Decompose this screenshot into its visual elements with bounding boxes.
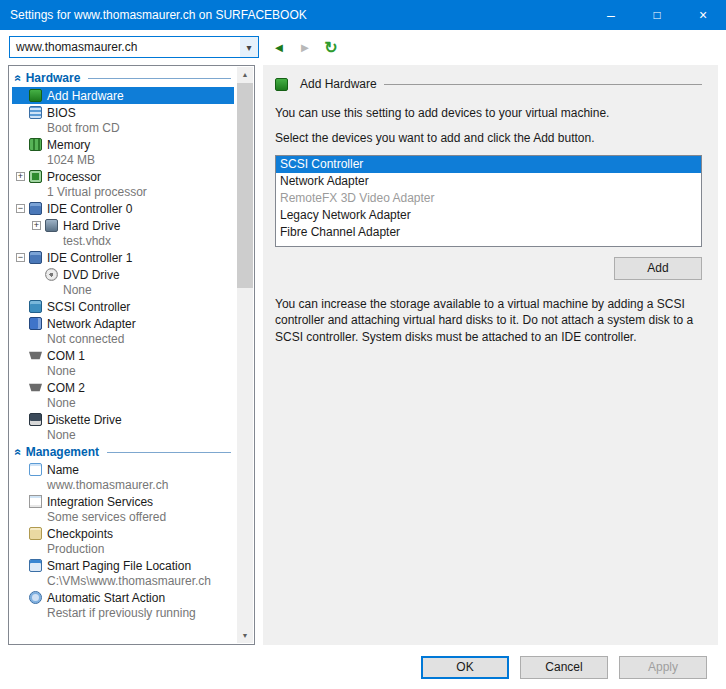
tree-item-integration-services[interactable]: Integration Services <box>12 493 234 510</box>
tree-item-name[interactable]: Name <box>12 461 234 478</box>
ide-controller-icon <box>29 202 42 215</box>
tree-item-sub-smart-paging-file-location[interactable]: C:\VMs\www.thomasmaurer.ch <box>12 574 234 589</box>
collapse-chevron-icon: « <box>11 75 25 82</box>
tree-item-sub-memory[interactable]: 1024 MB <box>12 153 234 168</box>
tree-item-label: COM 2 <box>47 381 85 395</box>
tree-item-automatic-start-action[interactable]: Automatic Start Action <box>12 589 234 606</box>
tree-item-label: Diskette Drive <box>47 413 122 427</box>
smart-paging-icon <box>29 559 42 572</box>
device-option-remotefx-3d-video-adapter[interactable]: RemoteFX 3D Video Adapter <box>276 190 701 207</box>
expander-icon[interactable]: − <box>16 204 25 213</box>
scroll-up-icon[interactable]: ▲ <box>237 67 253 82</box>
expander-icon[interactable]: − <box>16 253 25 262</box>
scrollbar-thumb[interactable] <box>237 83 253 288</box>
tree-item-ide-controller-1[interactable]: −IDE Controller 1 <box>12 249 234 266</box>
tree-item-memory[interactable]: Memory <box>12 136 234 153</box>
titlebar[interactable]: Settings for www.thomasmaurer.ch on SURF… <box>0 0 726 30</box>
tree-item-label: SCSI Controller <box>47 300 130 314</box>
bios-icon <box>29 106 42 119</box>
window-controls: – □ × <box>588 0 726 30</box>
tree-item-label: Name <box>47 463 79 477</box>
section-rule <box>88 78 231 79</box>
tree-item-add-hardware[interactable]: Add Hardware <box>12 87 234 104</box>
tree-item-sub-com-2[interactable]: None <box>12 396 234 411</box>
content-panel: Add Hardware You can use this setting to… <box>263 65 718 645</box>
settings-tree: «HardwareAdd HardwareBIOSBoot from CDMem… <box>8 65 255 645</box>
close-button[interactable]: × <box>680 0 726 30</box>
tree-item-com-1[interactable]: COM 1 <box>12 347 234 364</box>
tree-section-label: Management <box>26 445 99 459</box>
tree-item-checkpoints[interactable]: Checkpoints <box>12 525 234 542</box>
expander-icon[interactable]: + <box>32 221 41 230</box>
tree-section-hardware[interactable]: «Hardware <box>12 69 234 87</box>
processor-icon <box>29 170 42 183</box>
tree-item-sub-processor[interactable]: 1 Virtual processor <box>12 185 234 200</box>
tree-item-sub-checkpoints[interactable]: Production <box>12 542 234 557</box>
ok-button[interactable]: OK <box>421 656 509 679</box>
section-rule <box>107 452 231 453</box>
tree-item-bios[interactable]: BIOS <box>12 104 234 121</box>
forward-button[interactable]: ► <box>295 37 315 57</box>
tree-item-sub-dvd-drive[interactable]: None <box>12 283 234 298</box>
device-option-network-adapter[interactable]: Network Adapter <box>276 173 701 190</box>
tree-item-label: Automatic Start Action <box>47 591 165 605</box>
refresh-button[interactable]: ↻ <box>321 37 341 57</box>
tree-item-sub-com-1[interactable]: None <box>12 364 234 379</box>
tree-item-network-adapter[interactable]: Network Adapter <box>12 315 234 332</box>
tree-item-label: IDE Controller 0 <box>47 202 132 216</box>
device-option-scsi-controller[interactable]: SCSI Controller <box>276 156 701 173</box>
tree-item-diskette-drive[interactable]: Diskette Drive <box>12 411 234 428</box>
tree-item-sub-bios[interactable]: Boot from CD <box>12 121 234 136</box>
cancel-button[interactable]: Cancel <box>520 656 608 679</box>
hard-drive-icon <box>45 219 58 232</box>
tree-item-label: COM 1 <box>47 349 85 363</box>
tree-section-label: Hardware <box>26 71 81 85</box>
tree-item-scsi-controller[interactable]: SCSI Controller <box>12 298 234 315</box>
tree-item-sub-network-adapter[interactable]: Not connected <box>12 332 234 347</box>
expander-icon[interactable]: + <box>16 172 25 181</box>
page-title: Add Hardware <box>300 77 377 91</box>
minimize-icon: – <box>607 7 615 23</box>
tree-item-dvd-drive[interactable]: DVD Drive <box>12 266 234 283</box>
tree-item-sub-hard-drive[interactable]: test.vhdx <box>12 234 234 249</box>
scroll-down-icon[interactable]: ▼ <box>237 628 253 643</box>
tree-scrollbar[interactable]: ▲ ▼ <box>237 67 253 643</box>
tree-item-label: DVD Drive <box>63 268 120 282</box>
name-icon <box>29 463 42 476</box>
tree-item-sub-automatic-start-action[interactable]: Restart if previously running <box>12 606 234 621</box>
intro-text: You can use this setting to add devices … <box>275 105 702 122</box>
device-list: SCSI ControllerNetwork AdapterRemoteFX 3… <box>275 155 702 247</box>
device-option-fibre-channel-adapter[interactable]: Fibre Channel Adapter <box>276 224 701 241</box>
collapse-chevron-icon: « <box>11 449 25 456</box>
content-header: Add Hardware <box>275 77 702 91</box>
maximize-button[interactable]: □ <box>634 0 680 30</box>
vm-selector[interactable]: www.thomasmaurer.ch ▾ <box>9 36 259 58</box>
tree-item-label: Processor <box>47 170 101 184</box>
back-button[interactable]: ◄ <box>269 37 289 57</box>
apply-button[interactable]: Apply <box>619 656 707 679</box>
tree-item-smart-paging-file-location[interactable]: Smart Paging File Location <box>12 557 234 574</box>
tree-item-label: Hard Drive <box>63 219 120 233</box>
add-button-row: Add <box>275 257 702 280</box>
header-rule <box>384 84 702 85</box>
minimize-button[interactable]: – <box>588 0 634 30</box>
tree-item-hard-drive[interactable]: +Hard Drive <box>12 217 234 234</box>
tree-item-ide-controller-0[interactable]: −IDE Controller 0 <box>12 200 234 217</box>
tree-item-label: BIOS <box>47 106 76 120</box>
maximize-icon: □ <box>653 8 660 22</box>
tree-item-label: Smart Paging File Location <box>47 559 191 573</box>
tree-item-com-2[interactable]: COM 2 <box>12 379 234 396</box>
instruction-text: Select the devices you want to add and c… <box>275 130 702 147</box>
auto-start-icon <box>29 591 42 604</box>
tree-item-label: Checkpoints <box>47 527 113 541</box>
tree-item-sub-integration-services[interactable]: Some services offered <box>12 510 234 525</box>
tree-item-label: Network Adapter <box>47 317 136 331</box>
tree-item-processor[interactable]: +Processor <box>12 168 234 185</box>
device-option-legacy-network-adapter[interactable]: Legacy Network Adapter <box>276 207 701 224</box>
tree-item-sub-name[interactable]: www.thomasmaurer.ch <box>12 478 234 493</box>
diskette-drive-icon <box>29 413 42 426</box>
tree-item-sub-diskette-drive[interactable]: None <box>12 428 234 443</box>
add-button[interactable]: Add <box>614 257 702 280</box>
tree-section-management[interactable]: «Management <box>12 443 234 461</box>
scsi-controller-icon <box>29 300 42 313</box>
